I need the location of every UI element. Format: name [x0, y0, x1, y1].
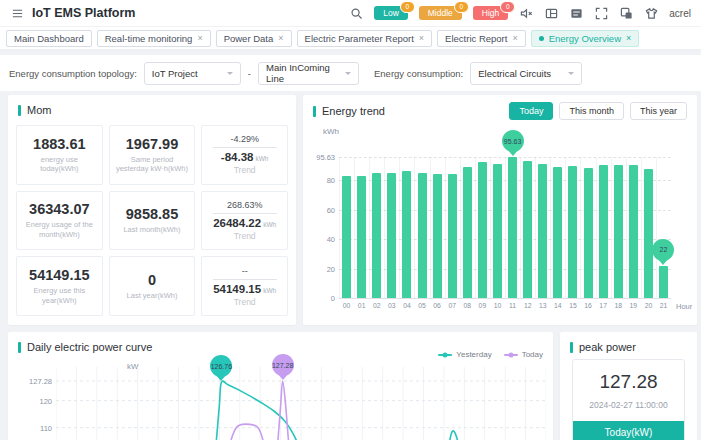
this-year-button[interactable]: This year: [630, 102, 687, 120]
peak-today-button[interactable]: Today(kW): [573, 421, 684, 440]
bar-hour-03[interactable]: [387, 173, 396, 298]
tab-electric-report[interactable]: Electric Report: [437, 30, 526, 47]
tab-realtime-monitoring[interactable]: Real-time monitoring: [97, 30, 211, 47]
bar-hour-00[interactable]: [342, 176, 351, 298]
topology-select[interactable]: IoT Project: [144, 62, 241, 85]
filter-separator: -: [248, 68, 251, 79]
close-icon[interactable]: [626, 33, 631, 43]
username[interactable]: acrel: [669, 8, 691, 19]
active-dot-icon: [539, 36, 544, 41]
legend-label: Yesterday: [456, 350, 491, 359]
x-tick-label: 00: [339, 302, 354, 309]
bar-hour-13[interactable]: [538, 164, 547, 298]
bar-hour-01[interactable]: [357, 176, 366, 298]
today-button[interactable]: Today: [509, 102, 553, 120]
stat-value: 36343.07: [29, 201, 89, 217]
x-tick-label: 12: [520, 302, 535, 309]
bar-hour-11[interactable]: [508, 157, 517, 298]
bar-hour-21[interactable]: [659, 266, 668, 298]
bar-slot: [490, 157, 505, 298]
y-tick-label: 80: [303, 176, 335, 185]
mom-panel-title: Mom: [27, 104, 51, 116]
x-tick-label: 08: [460, 302, 475, 309]
alarm-high-badge[interactable]: High 0: [473, 6, 508, 20]
trend-unit: kWh: [263, 221, 276, 228]
bar-slot: [520, 157, 535, 298]
y-axis-unit: kWh: [323, 127, 339, 136]
bar-hour-18[interactable]: [614, 165, 623, 298]
bar-slot: [460, 157, 475, 298]
tab-main-dashboard[interactable]: Main Dashboard: [6, 30, 92, 47]
alarm-middle-label: Middle: [428, 8, 453, 18]
bar-slot: [354, 157, 369, 298]
alarm-middle-badge[interactable]: Middle 0: [419, 6, 462, 20]
stat-label: Last month(kWh): [120, 225, 183, 235]
stat-label: Same period yesterday kW·h(kWh): [112, 155, 193, 175]
legend-today[interactable]: Today: [504, 350, 543, 359]
trend-percent: 268.63%: [213, 200, 277, 214]
consumption-select[interactable]: Electrical Circuits: [470, 62, 582, 85]
fullscreen-icon[interactable]: [594, 6, 608, 20]
x-tick-label: 19: [626, 302, 641, 309]
close-icon[interactable]: [197, 33, 202, 43]
stat-card-last-month: 9858.85 Last month(kWh): [109, 191, 196, 251]
bar-hour-09[interactable]: [478, 162, 487, 298]
screen-split-icon[interactable]: [544, 6, 558, 20]
stat-card-energy-month: 36343.07 Energy usage of the month(kWh): [16, 191, 103, 251]
bar-hour-08[interactable]: [463, 167, 472, 298]
bar-slot: [430, 157, 445, 298]
stat-label: Last year(kWh): [124, 291, 181, 301]
chevron-down-icon: [568, 72, 574, 78]
tab-label: Energy Overview: [549, 33, 621, 44]
bar-hour-10[interactable]: [493, 164, 502, 298]
stat-value: 1883.61: [33, 136, 85, 152]
bar-hour-07[interactable]: [448, 174, 457, 298]
bar-hour-05[interactable]: [418, 173, 427, 298]
bar-hour-02[interactable]: [372, 173, 381, 298]
consumption-label: Energy consumption:: [374, 68, 463, 79]
close-icon[interactable]: [278, 33, 283, 43]
bar-hour-15[interactable]: [568, 166, 577, 298]
incoming-line-select[interactable]: Main InComing Line: [258, 62, 359, 85]
windows-icon[interactable]: [619, 6, 633, 20]
document-icon[interactable]: [569, 6, 583, 20]
bar-hour-14[interactable]: [553, 167, 562, 298]
bar-slot: [505, 157, 520, 298]
curve-marker-pin: 126.76: [210, 355, 232, 377]
bar-hour-12[interactable]: [523, 161, 532, 298]
gridline: [339, 298, 671, 299]
close-icon[interactable]: [419, 33, 424, 43]
theme-icon[interactable]: [644, 6, 658, 20]
menu-icon[interactable]: [10, 6, 24, 20]
bar-hour-16[interactable]: [584, 168, 593, 298]
bar-slot: [550, 157, 565, 298]
period-buttons: Today This month This year: [509, 102, 687, 120]
peak-power-header: peak power: [560, 332, 697, 353]
stat-value: 54149.15: [29, 267, 89, 283]
daily-curve-svg: [56, 367, 546, 440]
legend-yesterday[interactable]: Yesterday: [438, 350, 491, 359]
bar-hour-06[interactable]: [433, 174, 442, 298]
bar-hour-20[interactable]: [644, 169, 653, 298]
search-icon[interactable]: [349, 6, 363, 20]
bar-hour-04[interactable]: [402, 171, 411, 298]
bar-hour-17[interactable]: [599, 165, 608, 298]
title-bar-icon: [313, 106, 316, 117]
mute-icon[interactable]: [519, 6, 533, 20]
bar-marker-pin: 95.63: [502, 130, 524, 152]
alarm-low-label: Low: [383, 8, 399, 18]
alarm-low-badge[interactable]: Low 0: [374, 6, 408, 20]
tab-energy-overview[interactable]: Energy Overview: [531, 30, 640, 47]
energy-trend-panel: Energy trend Today This month This year …: [303, 95, 697, 325]
bar-slot: [641, 157, 656, 298]
x-tick-label: 13: [535, 302, 550, 309]
tab-electric-parameter-report[interactable]: Electric Parameter Report: [297, 30, 433, 47]
tab-power-data[interactable]: Power Data: [216, 30, 292, 47]
close-icon[interactable]: [512, 33, 517, 43]
bar-hour-19[interactable]: [629, 165, 638, 298]
peak-datetime: 2024-02-27 11:00:00: [573, 400, 684, 410]
tab-label: Power Data: [224, 33, 274, 44]
trend-percent: --: [213, 266, 277, 280]
this-month-button[interactable]: This month: [559, 102, 624, 120]
trend-value: -84.38: [221, 151, 254, 163]
